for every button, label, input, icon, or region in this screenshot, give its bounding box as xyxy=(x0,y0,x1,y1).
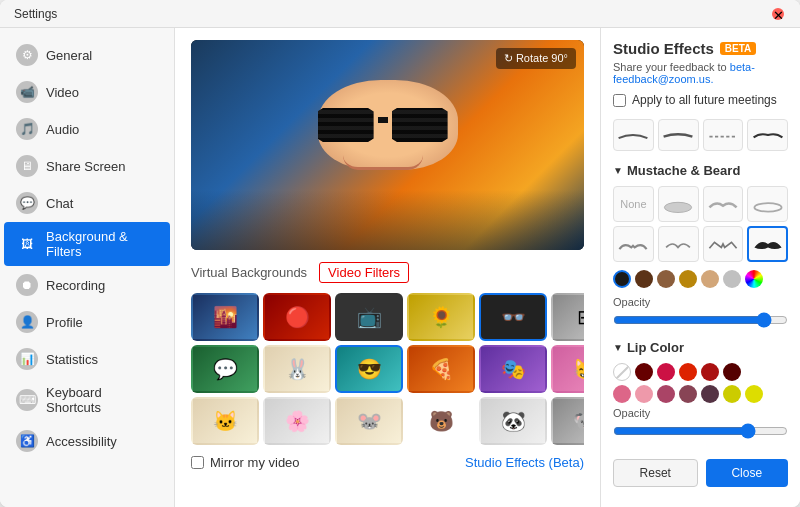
filter-item-18[interactable]: 🐻 xyxy=(407,397,475,445)
mustache-rainbow-swatch[interactable] xyxy=(745,270,763,288)
sidebar-icon-video: 📹 xyxy=(16,81,38,103)
sidebar-label-recording: Recording xyxy=(46,278,105,293)
filter-item-6[interactable]: ⊞ xyxy=(551,293,584,341)
filter-item-12[interactable]: 🎭 xyxy=(479,345,547,393)
rotate-button[interactable]: ↻ Rotate 90° xyxy=(496,48,576,69)
lip-color-none[interactable] xyxy=(613,363,631,381)
brow-option-2[interactable] xyxy=(658,119,699,151)
mustache-option-1[interactable] xyxy=(658,186,699,222)
window-close-button[interactable]: ✕ xyxy=(772,8,784,20)
lip-color-row2-0[interactable] xyxy=(613,385,631,403)
sidebar-label-profile: Profile xyxy=(46,315,83,330)
lip-color-row2-2[interactable] xyxy=(657,385,675,403)
lip-color-row-2 xyxy=(613,385,788,403)
brow-option-1[interactable] xyxy=(613,119,654,151)
mustache-color-row xyxy=(613,270,788,288)
mustache-opacity-slider[interactable] xyxy=(613,312,788,328)
sidebar-label-audio: Audio xyxy=(46,122,79,137)
filter-item-19[interactable]: 🐼 xyxy=(479,397,547,445)
filter-item-16[interactable]: 🌸 xyxy=(263,397,331,445)
mustache-option-selected[interactable] xyxy=(747,226,788,262)
main-content: ⚙ General 📹 Video 🎵 Audio 🖥 Share Screen… xyxy=(0,28,800,507)
filter-item-9[interactable]: 🐰 xyxy=(263,345,331,393)
studio-effects-header: Studio Effects BETA xyxy=(613,40,788,57)
eyebrow-grid xyxy=(613,119,788,151)
filter-item-15[interactable]: 🐱 xyxy=(191,397,259,445)
lip-color-row1-5[interactable] xyxy=(723,363,741,381)
mustache-none[interactable]: None xyxy=(613,186,654,222)
sidebar-icon-keyboard-shortcuts: ⌨ xyxy=(16,389,38,411)
mustache-color-1[interactable] xyxy=(635,270,653,288)
lip-color-section-header[interactable]: ▼ Lip Color xyxy=(613,340,788,355)
filter-item-11[interactable]: 🍕 xyxy=(407,345,475,393)
sidebar-item-profile[interactable]: 👤 Profile xyxy=(4,304,170,340)
brow-option-3[interactable] xyxy=(703,119,744,151)
brow-option-4[interactable] xyxy=(747,119,788,151)
mustache-color-5[interactable] xyxy=(723,270,741,288)
lip-color-row1-3[interactable] xyxy=(679,363,697,381)
mustache-option-3[interactable] xyxy=(747,186,788,222)
sidebar-item-background-filters[interactable]: 🖼 Background & Filters xyxy=(4,222,170,266)
sidebar-item-recording[interactable]: ⏺ Recording xyxy=(4,267,170,303)
lip-chevron-icon: ▼ xyxy=(613,342,623,353)
mustache-option-2[interactable] xyxy=(703,186,744,222)
mustache-color-0[interactable] xyxy=(613,270,631,288)
reset-button[interactable]: Reset xyxy=(613,459,698,487)
sidebar-item-statistics[interactable]: 📊 Statistics xyxy=(4,341,170,377)
lip-color-row2-3[interactable] xyxy=(679,385,697,403)
filter-item-20[interactable]: 🐨 xyxy=(551,397,584,445)
tab-virtual-backgrounds[interactable]: Virtual Backgrounds xyxy=(191,265,307,280)
titlebar: Settings ✕ xyxy=(0,0,800,28)
filter-item-3[interactable]: 📺 xyxy=(335,293,403,341)
filter-item-8[interactable]: 💬 xyxy=(191,345,259,393)
lip-color-row2-5[interactable] xyxy=(723,385,741,403)
apply-future-meetings-text: Apply to all future meetings xyxy=(632,93,777,107)
mirror-video-label[interactable]: Mirror my video xyxy=(191,455,300,470)
lip-color-row1-2[interactable] xyxy=(657,363,675,381)
mustache-option-4[interactable] xyxy=(613,226,654,262)
lip-color-row2-1[interactable] xyxy=(635,385,653,403)
sidebar-item-video[interactable]: 📹 Video xyxy=(4,74,170,110)
sidebar-item-accessibility[interactable]: ♿ Accessibility xyxy=(4,423,170,459)
sidebar-icon-statistics: 📊 xyxy=(16,348,38,370)
lip-opacity-slider[interactable] xyxy=(613,423,788,439)
filter-item-2[interactable]: 🔴 xyxy=(263,293,331,341)
mustache-color-3[interactable] xyxy=(679,270,697,288)
sidebar-label-background-filters: Background & Filters xyxy=(46,229,158,259)
studio-effects-link[interactable]: Studio Effects (Beta) xyxy=(465,455,584,470)
mustache-color-4[interactable] xyxy=(701,270,719,288)
apply-future-meetings-label[interactable]: Apply to all future meetings xyxy=(613,93,788,107)
mustache-option-5[interactable] xyxy=(658,226,699,262)
sidebar-item-keyboard-shortcuts[interactable]: ⌨ Keyboard Shortcuts xyxy=(4,378,170,422)
svg-point-1 xyxy=(665,202,692,212)
sidebar-item-share-screen[interactable]: 🖥 Share Screen xyxy=(4,148,170,184)
window-title: Settings xyxy=(14,7,57,21)
sidebar-item-audio[interactable]: 🎵 Audio xyxy=(4,111,170,147)
mustache-grid: None xyxy=(613,186,788,262)
tabs-row: Virtual Backgrounds Video Filters xyxy=(191,262,584,283)
apply-future-meetings-checkbox[interactable] xyxy=(613,94,626,107)
sidebar-item-chat[interactable]: 💬 Chat xyxy=(4,185,170,221)
lip-color-yellow[interactable] xyxy=(745,385,763,403)
lip-color-row2-4[interactable] xyxy=(701,385,719,403)
sidebar-label-general: General xyxy=(46,48,92,63)
lip-color-row1-4[interactable] xyxy=(701,363,719,381)
filter-item-4[interactable]: 🌻 xyxy=(407,293,475,341)
filter-item-17[interactable]: 🐭 xyxy=(335,397,403,445)
filter-item-1[interactable]: 🌇 xyxy=(191,293,259,341)
tab-video-filters[interactable]: Video Filters xyxy=(319,262,409,283)
lip-color-row1-1[interactable] xyxy=(635,363,653,381)
mustache-color-2[interactable] xyxy=(657,270,675,288)
sidebar-item-general[interactable]: ⚙ General xyxy=(4,37,170,73)
mirror-video-text: Mirror my video xyxy=(210,455,300,470)
sidebar: ⚙ General 📹 Video 🎵 Audio 🖥 Share Screen… xyxy=(0,28,175,507)
close-panel-button[interactable]: Close xyxy=(706,459,789,487)
filter-item-10[interactable]: 😎 xyxy=(335,345,403,393)
mirror-video-checkbox[interactable] xyxy=(191,456,204,469)
beta-badge: BETA xyxy=(720,42,756,55)
mustache-option-6[interactable] xyxy=(703,226,744,262)
action-buttons: Reset Close xyxy=(613,459,788,487)
filter-item-5[interactable]: 👓 xyxy=(479,293,547,341)
mustache-section-header[interactable]: ▼ Mustache & Beard xyxy=(613,163,788,178)
filter-item-13[interactable]: 😸 xyxy=(551,345,584,393)
